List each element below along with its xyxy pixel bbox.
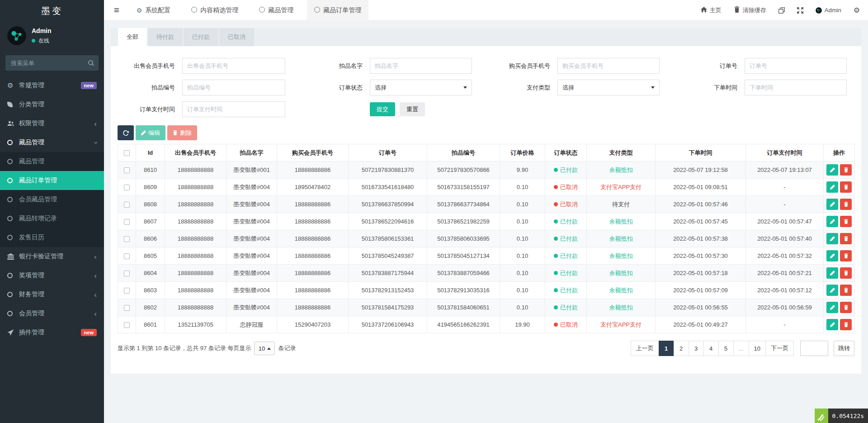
row-checkbox[interactable] [124,322,130,328]
pay-type-label[interactable]: 待支付 [612,201,630,208]
page-5[interactable]: 5 [718,341,734,356]
page-next[interactable]: 下一页 [765,341,794,356]
tab-已取消[interactable]: 已取消 [219,28,254,46]
pay-type-label[interactable]: 余额抵扣 [609,218,633,225]
order-time-input[interactable] [745,80,847,95]
row-delete-button[interactable] [840,181,852,193]
pay-type-select[interactable]: 选择 [557,80,660,95]
pay-type-label[interactable]: 余额抵扣 [609,235,633,242]
sidebar-item-会员管理[interactable]: 会员管理‹ [0,304,104,323]
row-delete-button[interactable] [840,233,852,244]
topbar-tab-系统配置[interactable]: ⚙系统配置 [129,0,178,21]
pay-type-label[interactable]: 余额抵扣 [609,287,633,294]
item-no-input[interactable] [182,80,285,95]
topbar-tab-藏品管理[interactable]: 藏品管理 [252,0,301,21]
row-checkbox[interactable] [124,167,130,173]
row-checkbox[interactable] [124,271,130,276]
item-name-input[interactable] [370,58,472,74]
row-checkbox[interactable] [124,219,130,225]
row-edit-button[interactable] [826,181,838,193]
pay-type-label[interactable]: 余额抵扣 [609,252,633,259]
tab-已付款[interactable]: 已付款 [184,28,218,46]
edit-button[interactable]: 编辑 [136,125,165,140]
row-checkbox[interactable] [124,288,130,294]
pay-time-input[interactable] [182,101,285,117]
topbar-tab-内容精选管理[interactable]: 内容精选管理 [184,0,245,21]
pay-type-label[interactable]: 支付宝APP支付 [600,321,642,328]
sidebar-item-常规管理[interactable]: ⚙常规管理new [0,76,104,95]
cell-buyer-phone: 18888888886 [277,282,349,299]
hamburger-icon[interactable]: ≡ [104,5,129,15]
row-edit-button[interactable] [826,285,838,296]
page-4[interactable]: 4 [703,341,719,356]
row-checkbox[interactable] [124,305,130,311]
user-status-label: 在线 [38,37,49,45]
sidebar-item-分类管理[interactable]: 分类管理 [0,95,104,114]
row-edit-button[interactable] [826,302,838,313]
select-all-checkbox[interactable] [124,150,130,156]
order-status-select[interactable]: 选择 [370,80,472,95]
row-edit-button[interactable] [826,164,838,176]
clear-cache-link[interactable]: 清除缓存 [734,6,766,14]
cell-price: 0.10 [500,265,545,282]
pay-type-label[interactable]: 余额抵扣 [609,166,633,173]
pay-type-label[interactable]: 支付宝APP支付 [600,184,642,190]
row-delete-button[interactable] [840,302,852,313]
row-edit-button[interactable] [826,233,838,244]
pay-type-label[interactable]: 余额抵扣 [609,304,633,311]
seller-phone-input[interactable] [182,58,285,74]
delete-button[interactable]: 删除 [167,125,197,140]
sidebar-subitem-藏品管理[interactable]: 藏品管理 [0,152,104,171]
row-checkbox[interactable] [124,202,130,208]
cell-pay-type: 支付宝APP支付 [587,316,656,333]
row-edit-button[interactable] [826,216,838,227]
page-prev[interactable]: 上一页 [631,341,659,356]
page-1[interactable]: 1 [659,341,674,356]
page-size-select[interactable]: 10 [254,342,275,355]
tab-全部[interactable]: 全部 [118,28,147,46]
order-no-input[interactable] [745,58,847,74]
row-delete-button[interactable] [840,164,852,176]
sidebar-item-银行卡验证管理[interactable]: 银行卡验证管理‹ [0,247,104,266]
page-10[interactable]: 10 [749,341,766,356]
tab-待付款[interactable]: 待付款 [148,28,183,46]
menu-search-input[interactable] [10,59,88,67]
row-checkbox[interactable] [124,185,130,190]
expand-icon[interactable] [797,7,803,14]
sidebar-item-奖项管理[interactable]: 奖项管理‹ [0,266,104,285]
row-edit-button[interactable] [826,319,838,330]
sidebar-item-权限管理[interactable]: 权限管理‹ [0,114,104,133]
page-jump-input[interactable] [800,341,828,356]
pay-type-label[interactable]: 余额抵扣 [609,270,633,276]
page-2[interactable]: 2 [674,341,689,356]
refresh-button[interactable] [118,125,134,140]
buyer-phone-input[interactable] [557,58,660,74]
submit-button[interactable]: 提交 [370,102,395,116]
sidebar-subitem-藏品转增记录[interactable]: 藏品转增记录 [0,209,104,228]
gears-icon[interactable]: ⚙ [854,6,860,14]
topbar-tab-藏品订单管理[interactable]: 藏品订单管理 [307,0,368,21]
topbar-user[interactable]: Admin [816,7,841,14]
page-jump-button[interactable]: 跳转 [834,341,854,356]
row-delete-button[interactable] [840,199,852,210]
sidebar-subitem-发售日历[interactable]: 发售日历 [0,228,104,247]
sidebar-subitem-会员藏品管理[interactable]: 会员藏品管理 [0,190,104,209]
files-icon[interactable] [778,7,785,14]
sidebar-item-插件管理[interactable]: 插件管理new [0,323,104,342]
sidebar-item-藏品管理[interactable]: 藏品管理‹ [0,133,104,152]
home-link[interactable]: 主页 [701,6,722,14]
row-delete-button[interactable] [840,267,852,279]
row-delete-button[interactable] [840,285,852,296]
row-checkbox[interactable] [124,253,130,259]
row-edit-button[interactable] [826,199,838,210]
row-delete-button[interactable] [840,216,852,227]
row-edit-button[interactable] [826,267,838,279]
sidebar-item-财务管理[interactable]: 财务管理‹ [0,285,104,304]
page-3[interactable]: 3 [689,341,704,356]
row-delete-button[interactable] [840,250,852,261]
row-delete-button[interactable] [840,319,852,330]
sidebar-subitem-藏品订单管理[interactable]: 藏品订单管理 [0,171,104,190]
reset-button[interactable]: 重置 [400,102,425,116]
row-checkbox[interactable] [124,236,130,242]
row-edit-button[interactable] [826,250,838,261]
